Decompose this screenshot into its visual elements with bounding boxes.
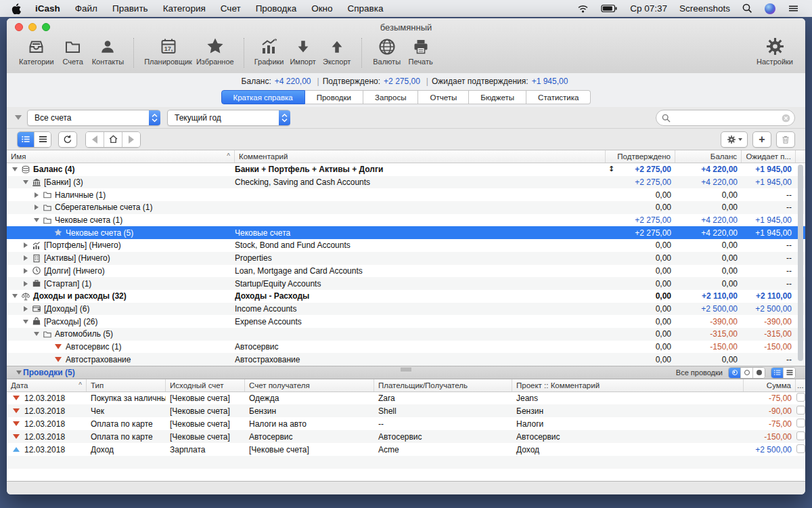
- tx-detail-view-button[interactable]: [771, 368, 783, 378]
- transaction-row[interactable]: 12.03.2018Оплата по карте[Чековые счета]…: [7, 430, 805, 443]
- transaction-row[interactable]: 12.03.2018Покупка за наличные[Чековые сч…: [7, 391, 805, 404]
- delete-button[interactable]: [776, 131, 795, 148]
- back-button[interactable]: [86, 132, 104, 147]
- column-header-confirmed[interactable]: Подтверждено: [606, 150, 675, 163]
- tab-статистика[interactable]: Статистика: [526, 90, 591, 104]
- menu-item-7[interactable]: Справка: [340, 3, 391, 14]
- confirm-checkbox[interactable]: [796, 393, 805, 402]
- account-row[interactable]: [Активы] (Ничего)Properties0,000,00--: [7, 252, 805, 265]
- account-row[interactable]: Автомобиль (5)0,00-315,00-315,00: [7, 328, 805, 341]
- account-row[interactable]: Доходы и расходы (32)Доходы - Расходы0,0…: [7, 290, 805, 303]
- menu-clock[interactable]: Ср 07:37: [624, 3, 673, 14]
- account-row[interactable]: [Портфель] (Ничего)Stock, Bond and Fund …: [7, 239, 805, 252]
- toolbar-button-printer[interactable]: Печать: [406, 37, 436, 66]
- column-header-payee[interactable]: Плательщик/Получатель: [374, 379, 512, 391]
- column-header-project[interactable]: Проект :: Комментарий: [512, 379, 744, 391]
- account-row[interactable]: АвтострахованиеАвтострахование0,000,00--: [7, 353, 805, 366]
- transaction-row[interactable]: 12.03.2018ДоходЗарплата[Чековые счета]Ac…: [7, 443, 805, 456]
- disclosure-closed-icon[interactable]: [32, 205, 41, 210]
- account-row[interactable]: [Долги] (Ничего)Loan, Mortgage and Card …: [7, 265, 805, 278]
- wifi-icon[interactable]: [571, 4, 595, 13]
- disclosure-closed-icon[interactable]: [22, 268, 30, 274]
- actions-dropdown-button[interactable]: [721, 131, 748, 148]
- flat-view-button[interactable]: [34, 132, 51, 147]
- menu-item-4[interactable]: Счет: [213, 3, 248, 14]
- menu-item-app[interactable]: iCash: [28, 3, 68, 14]
- account-row[interactable]: [Доходы] (6)Income Accounts0,00+2 500,00…: [7, 303, 805, 316]
- spotlight-search-icon[interactable]: [736, 3, 759, 14]
- collapse-filters-icon[interactable]: [15, 115, 22, 120]
- home-button[interactable]: [104, 132, 122, 147]
- tab-бюджеты[interactable]: Бюджеты: [469, 90, 526, 104]
- toolbar-button-folder[interactable]: Счета: [58, 37, 88, 66]
- disclosure-open-icon[interactable]: [11, 294, 19, 298]
- transaction-row[interactable]: 12.03.2018Оплата по карте[Чековые счета]…: [7, 417, 805, 430]
- siri-icon[interactable]: [759, 3, 782, 14]
- disclosure-closed-icon[interactable]: [32, 192, 41, 198]
- disclosure-open-icon[interactable]: [22, 320, 30, 324]
- disclosure-open-icon[interactable]: [22, 180, 30, 184]
- confirm-checkbox[interactable]: [796, 431, 805, 440]
- notification-center-icon[interactable]: [782, 4, 805, 13]
- account-row[interactable]: Сберегательные счета (1)0,000,00--: [7, 201, 805, 214]
- column-header-amount[interactable]: Сумма: [744, 379, 796, 391]
- column-header-type[interactable]: Тип: [87, 379, 166, 391]
- account-row[interactable]: Баланс (4)Банки + Портфель + Активы + До…: [7, 163, 805, 176]
- forward-button[interactable]: [122, 132, 140, 147]
- apple-menu-icon[interactable]: [0, 3, 28, 14]
- toolbar-button-arrow-up[interactable]: Экспорт: [322, 37, 352, 66]
- confirm-checkbox[interactable]: [796, 444, 805, 453]
- disclosure-closed-icon[interactable]: [22, 255, 30, 261]
- menu-item-2[interactable]: Править: [105, 3, 156, 14]
- clear-search-icon[interactable]: [782, 114, 790, 123]
- confirm-checkbox[interactable]: [796, 406, 805, 415]
- column-header-date[interactable]: Дата^: [7, 379, 87, 391]
- disclosure-closed-icon[interactable]: [22, 306, 30, 312]
- confirm-checkbox[interactable]: [796, 419, 805, 427]
- account-row[interactable]: Наличные (1)0,000,00--: [7, 188, 805, 201]
- filter-all-button[interactable]: [729, 368, 740, 378]
- menu-item-3[interactable]: Категория: [156, 3, 213, 14]
- disclosure-closed-icon[interactable]: [22, 242, 30, 248]
- menu-item-5[interactable]: Проводка: [248, 3, 304, 14]
- tx-list-view-button[interactable]: [783, 368, 795, 378]
- account-row[interactable]: [Банки] (3)Checking, Saving and Cash Acc…: [7, 176, 805, 189]
- vertical-scrollbar[interactable]: [798, 165, 803, 361]
- column-header-more[interactable]: ...: [796, 379, 805, 391]
- column-header-comment[interactable]: Комментарий: [235, 150, 606, 163]
- toolbar-button-star[interactable]: Избранное: [196, 37, 234, 66]
- disclosure-open-icon[interactable]: [32, 332, 41, 336]
- refresh-button[interactable]: [58, 131, 77, 148]
- account-row[interactable]: Чековые счета (5)Чековые счета+2 275,00+…: [7, 226, 805, 239]
- menu-item-6[interactable]: Окно: [304, 3, 340, 14]
- account-row[interactable]: Автосервис (1)Автосервис0,00-150,00-150,…: [7, 341, 805, 354]
- battery-icon[interactable]: [595, 4, 624, 13]
- toolbar-button-chart[interactable]: Графики: [254, 37, 284, 66]
- disclosure-open-icon[interactable]: [11, 167, 19, 171]
- add-transaction-button[interactable]: +: [752, 131, 771, 148]
- toolbar-button-inbox[interactable]: Категории: [19, 37, 54, 66]
- accounts-filter-dropdown[interactable]: Все счета: [27, 110, 160, 126]
- tab-отчеты[interactable]: Отчеты: [418, 90, 469, 104]
- menu-item-1[interactable]: Файл: [68, 3, 105, 14]
- column-header-name[interactable]: Имя^: [7, 150, 235, 163]
- menu-app-name[interactable]: Screenshots: [673, 3, 736, 14]
- section-disclosure-icon[interactable]: [15, 371, 23, 375]
- filter-confirmed-button[interactable]: [752, 368, 765, 378]
- toolbar-button-settings[interactable]: Настройки: [757, 37, 793, 66]
- disclosure-closed-icon[interactable]: [22, 281, 30, 287]
- column-header-target[interactable]: Счет получателя: [245, 379, 374, 391]
- search-input[interactable]: [656, 110, 795, 126]
- filter-unconfirmed-button[interactable]: [740, 368, 752, 378]
- toolbar-button-person[interactable]: Контакты: [92, 37, 125, 66]
- account-row[interactable]: Чековые счета (1)+2 275,00+4 220,00+1 94…: [7, 214, 805, 227]
- tab-проводки[interactable]: Проводки: [305, 90, 363, 104]
- tree-view-button[interactable]: [18, 132, 34, 147]
- transaction-row[interactable]: 12.03.2018Чек[Чековые счета]БензинShellБ…: [7, 404, 805, 417]
- account-row[interactable]: [Стартап] (1)Startup/Equity Accounts0,00…: [7, 277, 805, 290]
- tab-запросы[interactable]: Запросы: [363, 90, 418, 104]
- toolbar-button-calendar[interactable]: 17,Планировщик: [144, 37, 192, 66]
- column-header-balance[interactable]: Баланс: [675, 150, 742, 163]
- splitter-handle[interactable]: [401, 368, 411, 372]
- period-filter-dropdown[interactable]: Текущий год: [167, 110, 290, 126]
